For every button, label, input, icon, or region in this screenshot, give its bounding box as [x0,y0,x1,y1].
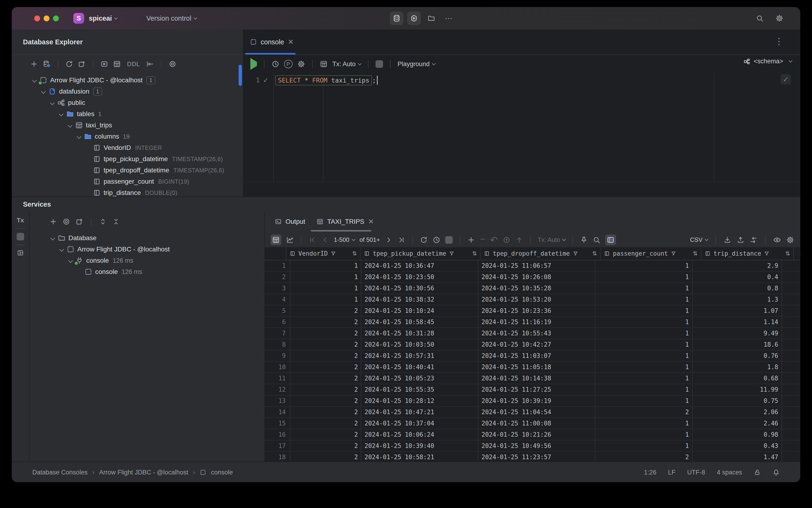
tree-item-schema[interactable]: public [12,97,243,109]
filter-icon[interactable] [764,251,770,256]
row-number[interactable]: 14 [264,407,290,418]
tree-item-column-distance[interactable]: trip_distance DOUBLE(0) [12,187,243,197]
cell-vendorid[interactable]: 2 [290,429,361,440]
table-row[interactable]: 18 2 2024-01-25 10:58:21 2024-01-25 11:2… [264,452,800,462]
cell-trip-distance[interactable]: 0.75 [693,395,782,406]
tree-item-column-dropoff[interactable]: tpep_dropoff_datetime TIMESTAMP(26,6) [12,165,243,176]
cell-dropoff-datetime[interactable]: 2024-01-25 11:23:57 [478,452,595,462]
tx-toggle-button[interactable]: Tx [17,217,24,224]
stop-button[interactable] [375,60,383,68]
row-number[interactable]: 8 [264,339,290,350]
sort-icon[interactable]: ⇅ [785,250,790,257]
table-row[interactable]: 12 2 2024-01-25 10:55:35 2024-01-25 11:2… [264,384,800,395]
find-button[interactable] [593,236,600,244]
page-range-select[interactable]: 1-500 [334,236,355,244]
auto-refresh-button[interactable] [433,236,441,244]
service-item-console-selected[interactable]: console 126 ms [30,266,264,278]
cell-pickup-datetime[interactable]: 2024-01-25 10:03:50 [361,339,478,350]
service-item-datasource[interactable]: Arrow Flight JDBC - @localhost [30,244,264,255]
row-number[interactable]: 15 [264,418,290,429]
cell-vendorid[interactable]: 2 [290,339,361,350]
table-row[interactable]: 8 2 2024-01-25 10:03:50 2024-01-25 10:42… [264,339,800,350]
cell-passenger-count[interactable]: 1 [595,362,693,373]
cell-pickup-datetime[interactable]: 2024-01-25 10:58:21 [361,452,478,462]
cell-trip-distance[interactable]: 0.68 [693,373,782,384]
cell-rate[interactable] [782,418,800,429]
cell-dropoff-datetime[interactable]: 2024-01-25 10:39:19 [478,395,595,406]
cell-passenger-count[interactable]: 1 [595,395,693,406]
cell-trip-distance[interactable]: 1.47 [693,452,782,462]
tab-output[interactable]: Output [269,212,311,231]
chevron-expanded-icon[interactable] [59,247,64,252]
database-tool-button[interactable] [390,11,403,25]
project-selector[interactable]: S spiceai [73,13,117,24]
view-options-button[interactable] [773,236,781,244]
row-number[interactable]: 17 [264,440,290,451]
tab-console[interactable]: console ✕ [243,30,300,54]
tx-mode-select[interactable]: Tx: Auto [538,236,566,244]
row-number[interactable]: 2 [264,271,290,282]
cell-rate[interactable] [782,271,800,282]
cell-passenger-count[interactable]: 1 [595,373,693,384]
import-export-button[interactable] [750,236,758,244]
delete-row-button[interactable]: − [480,234,485,244]
revert-button[interactable]: ↶ [490,235,498,245]
chevron-expanded-icon[interactable] [59,112,63,116]
file-encoding[interactable]: UTF-8 [687,469,705,476]
download-button[interactable] [723,236,731,244]
table-row[interactable]: 15 2 2024-01-25 10:37:04 2024-01-25 11:0… [264,418,800,429]
cell-vendorid[interactable]: 2 [290,328,361,339]
reload-page-button[interactable] [420,236,428,244]
cell-vendorid[interactable]: 2 [290,373,361,384]
cell-dropoff-datetime[interactable]: 2024-01-25 10:42:27 [478,339,595,350]
more-actions-button[interactable]: ⋯ [442,11,455,25]
table-row[interactable]: 3 1 2024-01-25 10:30:56 2024-01-25 10:35… [264,283,800,294]
run-button[interactable] [407,11,421,25]
cell-dropoff-datetime[interactable]: 2024-01-25 11:06:57 [478,260,595,271]
header-distance[interactable]: trip_distance ⇅ [702,247,794,260]
close-icon[interactable]: ✕ [288,38,294,45]
ddl-button[interactable]: DDL [126,60,141,68]
add-service-button[interactable] [49,218,57,226]
service-item-connection[interactable]: console 126 ms [30,255,264,266]
sort-icon[interactable]: ⇅ [592,250,597,257]
cell-dropoff-datetime[interactable]: 2024-01-25 11:00:08 [478,418,595,429]
row-number[interactable]: 1 [264,260,290,271]
filter-icon[interactable] [449,251,454,256]
cell-rate[interactable] [782,350,800,361]
table-row[interactable]: 9 2 2024-01-25 10:57:31 2024-01-25 11:03… [264,350,800,362]
cell-passenger-count[interactable]: 1 [595,283,693,294]
cell-vendorid[interactable]: 2 [290,418,361,429]
cell-vendorid[interactable]: 2 [290,305,361,316]
indent-style[interactable]: 4 spaces [717,469,742,476]
tree-item-connection[interactable]: Arrow Flight JDBC - @localhost 1 [12,75,243,86]
cell-rate[interactable] [782,260,800,271]
cell-vendorid[interactable]: 2 [290,407,361,418]
scrollbar-thumb[interactable] [239,65,242,86]
cell-rate[interactable] [782,384,800,395]
cell-trip-distance[interactable]: 11.99 [693,384,782,395]
tree-item-tables[interactable]: tables 1 [12,109,243,120]
cell-passenger-count[interactable]: 1 [595,328,693,339]
view-options-button[interactable] [62,218,70,226]
cell-passenger-count[interactable]: 1 [595,429,693,440]
cell-trip-distance[interactable]: 0.8 [693,283,782,294]
cell-vendorid[interactable]: 1 [290,260,361,271]
row-number[interactable]: 4 [264,294,290,305]
table-row[interactable]: 5 2 2024-01-25 10:10:24 2024-01-25 10:23… [264,305,800,316]
upload-changes-button[interactable] [515,236,523,244]
sort-icon[interactable]: ⇅ [352,250,357,257]
cell-pickup-datetime[interactable]: 2024-01-25 10:39:40 [361,440,478,451]
cell-trip-distance[interactable]: 1.3 [693,294,782,305]
cell-passenger-count[interactable]: 1 [595,316,693,327]
chevron-expanded-icon[interactable] [77,134,81,139]
tab-taxi-trips[interactable]: TAXI_TRIPS ✕ [311,212,379,231]
cell-rate[interactable] [782,373,800,384]
table-row[interactable]: 13 2 2024-01-25 10:28:12 2024-01-25 10:3… [264,395,800,407]
header-dropoff[interactable]: tpep_dropoff_datetime ⇅ [481,247,600,260]
breadcrumb-item[interactable]: Arrow Flight JDBC - @localhost [99,469,188,476]
table-row[interactable]: 11 2 2024-01-25 10:05:23 2024-01-25 10:1… [264,373,800,384]
row-number[interactable]: 3 [264,283,290,294]
tree-item-column-pickup[interactable]: tpep_pickup_datetime TIMESTAMP(26,6) [12,154,243,165]
cell-vendorid[interactable]: 2 [290,350,361,361]
